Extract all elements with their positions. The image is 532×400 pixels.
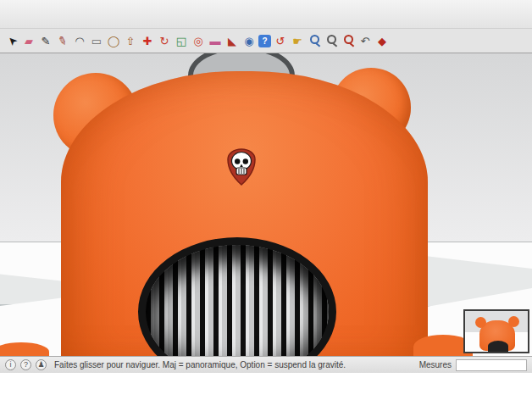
account-icon[interactable]: ♟ xyxy=(36,359,47,370)
line-tool-icon[interactable]: ✎ xyxy=(38,32,53,49)
push-pull-tool-icon[interactable]: ⇧ xyxy=(123,32,138,49)
bottom-margin xyxy=(0,373,532,400)
eraser-tool-icon[interactable]: ▰ xyxy=(21,32,36,49)
position-camera-tool-icon[interactable]: ◉ xyxy=(241,32,257,49)
zoom-tool-icon[interactable] xyxy=(307,32,322,49)
thumbnail-right-ear xyxy=(508,316,519,327)
skull-emblem-graphic xyxy=(225,147,258,186)
freehand-tool-icon[interactable]: ✎ xyxy=(53,31,72,52)
info-icon[interactable]: i xyxy=(5,359,16,370)
rotate-tool-icon[interactable]: ↻ xyxy=(157,32,172,49)
zoom-window-tool-icon[interactable] xyxy=(324,32,339,49)
circle-tool-icon[interactable]: ◯ xyxy=(106,32,121,49)
status-message: Faites glisser pour naviguer. Maj = pano… xyxy=(54,360,346,369)
measurements-input[interactable] xyxy=(456,359,527,371)
orbit-tool-icon[interactable]: ↺ xyxy=(273,32,288,49)
select-arrow-icon: ➤ xyxy=(4,33,19,48)
status-bar: i ? ♟ Faites glisser pour naviguer. Maj … xyxy=(0,356,532,373)
previous-view-tool-icon[interactable]: ↶ xyxy=(357,32,373,49)
move-tool-icon[interactable]: ✚ xyxy=(140,32,155,49)
preview-thumbnail[interactable] xyxy=(463,309,529,353)
thumbnail-grille xyxy=(488,341,508,352)
zoom-extents-tool-icon[interactable] xyxy=(341,32,356,49)
offset-tool-icon[interactable]: ◎ xyxy=(191,32,206,49)
help-icon[interactable]: ? xyxy=(20,359,31,370)
thumbnail-left-ear xyxy=(475,317,486,328)
scale-tool-icon[interactable]: ◱ xyxy=(174,32,189,49)
window-titlebar xyxy=(0,0,532,29)
measurements-label: Mesures xyxy=(419,360,452,369)
arc-tool-icon[interactable]: ◠ xyxy=(72,32,87,49)
rectangle-tool-icon[interactable]: ▭ xyxy=(89,32,104,49)
tape-measure-tool-icon[interactable]: ▬ xyxy=(208,32,223,49)
help-tool-icon[interactable]: ? xyxy=(258,35,271,47)
sketchup-window: ➤ ▰ ✎ ✎ ◠ ▭ ◯ ⇧ ✚ ↻ ◱ ◎ ▬ ◣ ◉ ? ↺ ☛ ↶ ◆ xyxy=(0,0,532,400)
viewport-canvas[interactable] xyxy=(0,53,532,356)
select-tool-icon[interactable]: ➤ xyxy=(4,32,19,49)
main-toolbar: ➤ ▰ ✎ ✎ ◠ ▭ ◯ ⇧ ✚ ↻ ◱ ◎ ▬ ◣ ◉ ? ↺ ☛ ↶ ◆ xyxy=(0,29,532,53)
pan-tool-icon[interactable]: ☛ xyxy=(290,32,305,49)
model-info-tool-icon[interactable]: ◆ xyxy=(374,32,390,49)
paint-bucket-tool-icon[interactable]: ◣ xyxy=(224,32,240,49)
skull-emblem xyxy=(225,147,258,186)
